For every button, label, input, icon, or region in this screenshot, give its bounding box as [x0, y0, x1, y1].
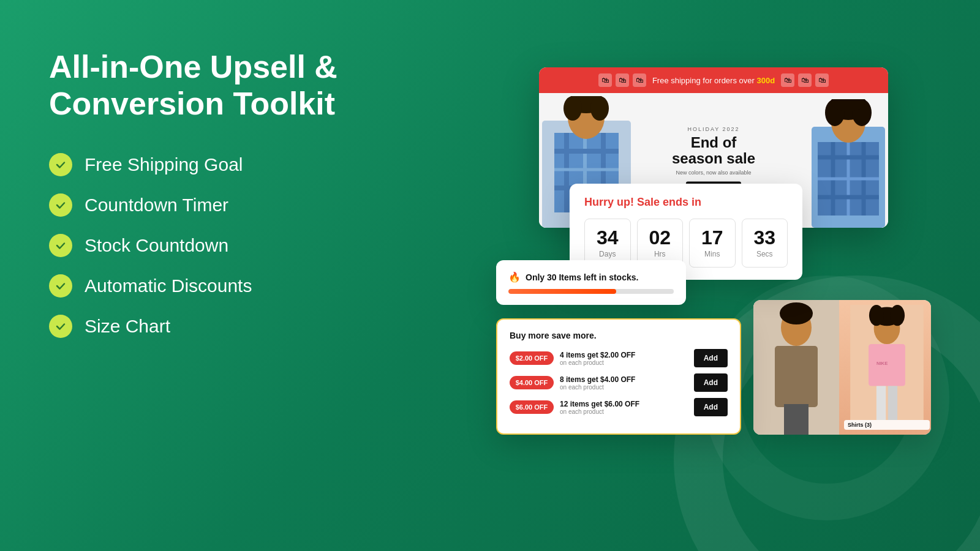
stock-text: Only 30 Items left in stocks.: [526, 272, 638, 282]
shopify-bag-icon-2: 🛍: [616, 73, 629, 87]
hurry-text: Hurry up! Sale ends in: [584, 196, 788, 209]
timer-days-label: Days: [599, 250, 616, 258]
check-icon-free-shipping: [49, 153, 72, 176]
timer-days-value: 34: [597, 228, 619, 247]
discount-main-3: 12 items get $6.00 OFF: [560, 400, 688, 408]
check-icon-stock-countdown: [49, 234, 72, 257]
title-line1: All-in-One Upsell &: [49, 49, 337, 84]
discount-row-1: $2.00 OFF 4 items get $2.00 OFF on each …: [510, 349, 728, 367]
discount-badge-1: $2.00 OFF: [510, 351, 554, 365]
svg-rect-29: [784, 404, 796, 435]
svg-rect-38: [876, 386, 886, 420]
timer-secs-label: Secs: [756, 250, 773, 258]
discounts-header: Buy more save more.: [510, 331, 728, 340]
timer-mins-value: 17: [701, 228, 723, 247]
discount-row-2: $4.00 OFF 8 items get $4.00 OFF on each …: [510, 373, 728, 392]
svg-text:NIKE: NIKE: [876, 361, 888, 366]
product-thumb-left: [753, 300, 839, 435]
product-thumb-label: Shirts (3): [844, 420, 930, 430]
add-button-3[interactable]: Add: [694, 398, 728, 416]
announcement-amount: 300d: [756, 76, 775, 85]
discount-main-1: 4 items get $2.00 OFF: [560, 351, 688, 359]
discount-info-3: 12 items get $6.00 OFF on each product: [560, 400, 688, 415]
stock-progress-bar: [508, 289, 674, 294]
hero-heading: End of season sale: [672, 135, 755, 167]
main-title: All-in-One Upsell & Conversion Toolkit: [49, 49, 368, 122]
shopify-icons-left: 🛍 🛍 🛍: [598, 73, 646, 87]
discount-badge-3: $6.00 OFF: [510, 400, 554, 414]
timer-box-secs: 33 Secs: [742, 219, 788, 268]
discount-info-1: 4 items get $2.00 OFF on each product: [560, 351, 688, 366]
svg-point-10: [564, 96, 582, 121]
title-line2: Conversion Toolkit: [49, 86, 335, 121]
timer-hrs-label: Hrs: [654, 250, 666, 258]
product-thumbnails: NIKE Shirts (3): [753, 300, 931, 435]
hero-person-right: [812, 99, 885, 228]
timer-hrs-value: 02: [649, 228, 671, 247]
feature-item-size-chart: Size Chart: [49, 315, 368, 338]
svg-point-34: [869, 305, 884, 326]
shopify-bag-icon-5: 🛍: [798, 73, 812, 87]
hero-heading-line1: End of: [691, 134, 737, 151]
feature-label-countdown-timer: Countdown Timer: [85, 195, 228, 216]
shopify-bag-icon-1: 🛍: [598, 73, 612, 87]
discount-info-2: 8 items get $4.00 OFF on each product: [560, 375, 688, 391]
discount-row-3: $6.00 OFF 12 items get $6.00 OFF on each…: [510, 398, 728, 416]
timer-secs-value: 33: [753, 228, 775, 247]
hero-heading-line2: season sale: [672, 150, 755, 167]
add-button-2[interactable]: Add: [694, 373, 728, 392]
fire-icon: 🔥: [508, 271, 521, 283]
check-icon-size-chart: [49, 315, 72, 338]
shopify-bag-icon-4: 🛍: [781, 73, 794, 87]
shopify-icons-right: 🛍 🛍 🛍: [781, 73, 829, 87]
feature-item-countdown-timer: Countdown Timer: [49, 193, 368, 217]
features-list: Free Shipping Goal Countdown Timer Stock…: [49, 153, 368, 338]
stock-header: 🔥 Only 30 Items left in stocks.: [508, 271, 674, 283]
feature-label-automatic-discounts: Automatic Discounts: [85, 276, 252, 296]
discount-badge-2: $4.00 OFF: [510, 376, 554, 389]
announcement-bar: 🛍 🛍 🛍 Free shipping for orders over 300d…: [539, 67, 888, 93]
add-button-1[interactable]: Add: [694, 349, 728, 367]
feature-label-size-chart: Size Chart: [85, 316, 170, 337]
timer-box-mins: 17 Mins: [689, 219, 736, 268]
feature-item-automatic-discounts: Automatic Discounts: [49, 274, 368, 298]
discount-sub-1: on each product: [560, 359, 688, 366]
right-panel: 🛍 🛍 🛍 Free shipping for orders over 300d…: [508, 18, 949, 533]
stock-progress-fill: [508, 289, 616, 294]
check-icon-countdown-timer: [49, 193, 72, 217]
discount-sub-3: on each product: [560, 408, 688, 415]
check-icon-automatic-discounts: [49, 274, 72, 298]
svg-rect-30: [796, 404, 809, 435]
svg-rect-28: [775, 346, 818, 407]
discounts-card: Buy more save more. $2.00 OFF 4 items ge…: [496, 318, 741, 435]
feature-label-stock-countdown: Stock Countdown: [85, 235, 228, 256]
feature-item-free-shipping: Free Shipping Goal: [49, 153, 368, 176]
svg-point-27: [780, 302, 813, 324]
svg-rect-39: [888, 386, 897, 420]
timer-mins-label: Mins: [704, 250, 720, 258]
svg-point-11: [590, 96, 609, 121]
discount-sub-2: on each product: [560, 384, 688, 391]
shopify-bag-icon-6: 🛍: [815, 73, 829, 87]
discount-main-2: 8 items get $4.00 OFF: [560, 375, 688, 384]
stock-countdown-card: 🔥 Only 30 Items left in stocks.: [496, 260, 686, 305]
hero-holiday-label: HOLIDAY 2022: [672, 126, 755, 132]
svg-point-35: [890, 305, 905, 326]
hero-subtext: New colors, now also available: [672, 169, 755, 175]
product-thumb-right: NIKE Shirts (3): [839, 300, 931, 435]
left-panel: All-in-One Upsell & Conversion Toolkit F…: [49, 49, 368, 338]
announcement-text: Free shipping for orders over 300d: [652, 76, 775, 85]
announcement-main-text: Free shipping for orders over: [652, 76, 757, 85]
feature-label-free-shipping: Free Shipping Goal: [85, 154, 243, 175]
feature-item-stock-countdown: Stock Countdown: [49, 234, 368, 257]
shopify-bag-icon-3: 🛍: [633, 73, 646, 87]
